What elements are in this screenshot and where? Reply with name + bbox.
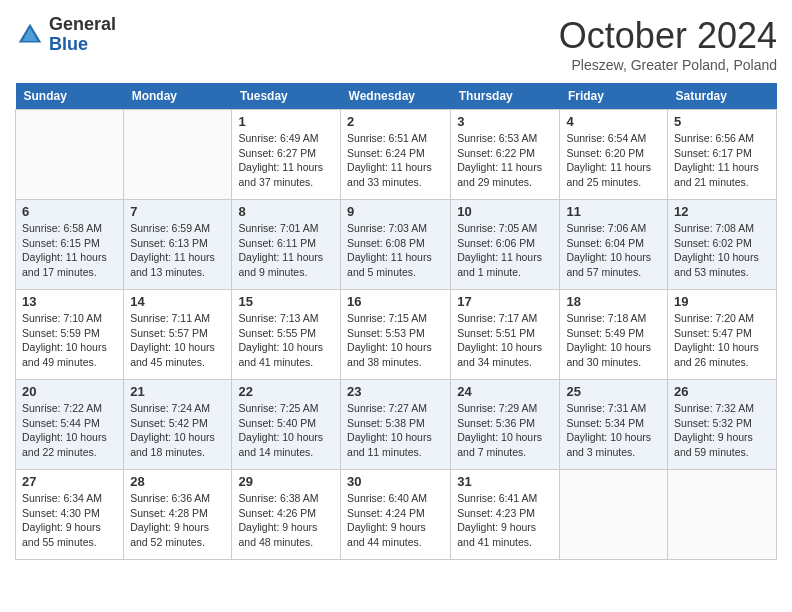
day-info: Sunrise: 6:53 AMSunset: 6:22 PMDaylight:…	[457, 131, 553, 190]
location-label: Pleszew, Greater Poland, Poland	[559, 57, 777, 73]
day-number: 13	[22, 294, 117, 309]
day-info: Sunrise: 7:22 AMSunset: 5:44 PMDaylight:…	[22, 401, 117, 460]
day-number: 26	[674, 384, 770, 399]
day-number: 25	[566, 384, 661, 399]
day-info: Sunrise: 7:08 AMSunset: 6:02 PMDaylight:…	[674, 221, 770, 280]
weekday-header-saturday: Saturday	[668, 83, 777, 110]
day-info: Sunrise: 7:03 AMSunset: 6:08 PMDaylight:…	[347, 221, 444, 280]
calendar-cell: 25Sunrise: 7:31 AMSunset: 5:34 PMDayligh…	[560, 380, 668, 470]
calendar-header: SundayMondayTuesdayWednesdayThursdayFrid…	[16, 83, 777, 110]
calendar-cell: 12Sunrise: 7:08 AMSunset: 6:02 PMDayligh…	[668, 200, 777, 290]
day-info: Sunrise: 7:17 AMSunset: 5:51 PMDaylight:…	[457, 311, 553, 370]
calendar-week-row: 27Sunrise: 6:34 AMSunset: 4:30 PMDayligh…	[16, 470, 777, 560]
calendar-cell: 23Sunrise: 7:27 AMSunset: 5:38 PMDayligh…	[341, 380, 451, 470]
day-number: 16	[347, 294, 444, 309]
calendar-cell: 24Sunrise: 7:29 AMSunset: 5:36 PMDayligh…	[451, 380, 560, 470]
calendar-cell: 17Sunrise: 7:17 AMSunset: 5:51 PMDayligh…	[451, 290, 560, 380]
day-number: 18	[566, 294, 661, 309]
calendar-cell: 1Sunrise: 6:49 AMSunset: 6:27 PMDaylight…	[232, 110, 341, 200]
day-number: 8	[238, 204, 334, 219]
calendar-cell: 6Sunrise: 6:58 AMSunset: 6:15 PMDaylight…	[16, 200, 124, 290]
day-number: 14	[130, 294, 225, 309]
day-number: 30	[347, 474, 444, 489]
calendar-cell: 27Sunrise: 6:34 AMSunset: 4:30 PMDayligh…	[16, 470, 124, 560]
calendar-table: SundayMondayTuesdayWednesdayThursdayFrid…	[15, 83, 777, 560]
day-number: 11	[566, 204, 661, 219]
calendar-cell: 10Sunrise: 7:05 AMSunset: 6:06 PMDayligh…	[451, 200, 560, 290]
day-number: 22	[238, 384, 334, 399]
calendar-cell: 31Sunrise: 6:41 AMSunset: 4:23 PMDayligh…	[451, 470, 560, 560]
calendar-cell	[16, 110, 124, 200]
calendar-cell	[668, 470, 777, 560]
calendar-cell: 28Sunrise: 6:36 AMSunset: 4:28 PMDayligh…	[124, 470, 232, 560]
day-number: 19	[674, 294, 770, 309]
day-info: Sunrise: 7:29 AMSunset: 5:36 PMDaylight:…	[457, 401, 553, 460]
calendar-cell: 29Sunrise: 6:38 AMSunset: 4:26 PMDayligh…	[232, 470, 341, 560]
logo-icon	[15, 20, 45, 50]
calendar-cell: 4Sunrise: 6:54 AMSunset: 6:20 PMDaylight…	[560, 110, 668, 200]
weekday-header-thursday: Thursday	[451, 83, 560, 110]
weekday-header-tuesday: Tuesday	[232, 83, 341, 110]
calendar-cell: 14Sunrise: 7:11 AMSunset: 5:57 PMDayligh…	[124, 290, 232, 380]
day-number: 10	[457, 204, 553, 219]
weekday-header-row: SundayMondayTuesdayWednesdayThursdayFrid…	[16, 83, 777, 110]
calendar-cell: 19Sunrise: 7:20 AMSunset: 5:47 PMDayligh…	[668, 290, 777, 380]
day-info: Sunrise: 6:40 AMSunset: 4:24 PMDaylight:…	[347, 491, 444, 550]
month-title: October 2024	[559, 15, 777, 57]
day-info: Sunrise: 6:36 AMSunset: 4:28 PMDaylight:…	[130, 491, 225, 550]
day-number: 23	[347, 384, 444, 399]
day-info: Sunrise: 7:13 AMSunset: 5:55 PMDaylight:…	[238, 311, 334, 370]
logo: General Blue	[15, 15, 116, 55]
day-info: Sunrise: 7:20 AMSunset: 5:47 PMDaylight:…	[674, 311, 770, 370]
page-header: General Blue October 2024 Pleszew, Great…	[15, 15, 777, 73]
day-info: Sunrise: 6:34 AMSunset: 4:30 PMDaylight:…	[22, 491, 117, 550]
day-number: 24	[457, 384, 553, 399]
weekday-header-monday: Monday	[124, 83, 232, 110]
day-info: Sunrise: 6:58 AMSunset: 6:15 PMDaylight:…	[22, 221, 117, 280]
calendar-cell: 15Sunrise: 7:13 AMSunset: 5:55 PMDayligh…	[232, 290, 341, 380]
day-info: Sunrise: 7:27 AMSunset: 5:38 PMDaylight:…	[347, 401, 444, 460]
day-info: Sunrise: 6:38 AMSunset: 4:26 PMDaylight:…	[238, 491, 334, 550]
day-info: Sunrise: 7:01 AMSunset: 6:11 PMDaylight:…	[238, 221, 334, 280]
calendar-cell: 30Sunrise: 6:40 AMSunset: 4:24 PMDayligh…	[341, 470, 451, 560]
calendar-cell	[124, 110, 232, 200]
day-number: 1	[238, 114, 334, 129]
day-info: Sunrise: 7:15 AMSunset: 5:53 PMDaylight:…	[347, 311, 444, 370]
day-number: 6	[22, 204, 117, 219]
day-number: 27	[22, 474, 117, 489]
day-info: Sunrise: 6:59 AMSunset: 6:13 PMDaylight:…	[130, 221, 225, 280]
calendar-week-row: 6Sunrise: 6:58 AMSunset: 6:15 PMDaylight…	[16, 200, 777, 290]
day-info: Sunrise: 7:05 AMSunset: 6:06 PMDaylight:…	[457, 221, 553, 280]
calendar-week-row: 13Sunrise: 7:10 AMSunset: 5:59 PMDayligh…	[16, 290, 777, 380]
day-info: Sunrise: 7:31 AMSunset: 5:34 PMDaylight:…	[566, 401, 661, 460]
day-number: 31	[457, 474, 553, 489]
day-number: 15	[238, 294, 334, 309]
calendar-cell: 13Sunrise: 7:10 AMSunset: 5:59 PMDayligh…	[16, 290, 124, 380]
calendar-cell: 3Sunrise: 6:53 AMSunset: 6:22 PMDaylight…	[451, 110, 560, 200]
logo-general-label: General	[49, 15, 116, 35]
day-info: Sunrise: 6:41 AMSunset: 4:23 PMDaylight:…	[457, 491, 553, 550]
calendar-cell: 16Sunrise: 7:15 AMSunset: 5:53 PMDayligh…	[341, 290, 451, 380]
calendar-cell: 26Sunrise: 7:32 AMSunset: 5:32 PMDayligh…	[668, 380, 777, 470]
day-number: 21	[130, 384, 225, 399]
title-section: October 2024 Pleszew, Greater Poland, Po…	[559, 15, 777, 73]
weekday-header-wednesday: Wednesday	[341, 83, 451, 110]
day-info: Sunrise: 6:51 AMSunset: 6:24 PMDaylight:…	[347, 131, 444, 190]
calendar-cell: 11Sunrise: 7:06 AMSunset: 6:04 PMDayligh…	[560, 200, 668, 290]
calendar-cell: 21Sunrise: 7:24 AMSunset: 5:42 PMDayligh…	[124, 380, 232, 470]
day-number: 7	[130, 204, 225, 219]
logo-text: General Blue	[49, 15, 116, 55]
day-info: Sunrise: 6:56 AMSunset: 6:17 PMDaylight:…	[674, 131, 770, 190]
calendar-cell: 2Sunrise: 6:51 AMSunset: 6:24 PMDaylight…	[341, 110, 451, 200]
day-info: Sunrise: 7:10 AMSunset: 5:59 PMDaylight:…	[22, 311, 117, 370]
day-info: Sunrise: 6:49 AMSunset: 6:27 PMDaylight:…	[238, 131, 334, 190]
day-number: 29	[238, 474, 334, 489]
calendar-cell: 8Sunrise: 7:01 AMSunset: 6:11 PMDaylight…	[232, 200, 341, 290]
weekday-header-friday: Friday	[560, 83, 668, 110]
calendar-cell: 7Sunrise: 6:59 AMSunset: 6:13 PMDaylight…	[124, 200, 232, 290]
day-number: 9	[347, 204, 444, 219]
day-info: Sunrise: 7:18 AMSunset: 5:49 PMDaylight:…	[566, 311, 661, 370]
weekday-header-sunday: Sunday	[16, 83, 124, 110]
calendar-week-row: 20Sunrise: 7:22 AMSunset: 5:44 PMDayligh…	[16, 380, 777, 470]
day-number: 12	[674, 204, 770, 219]
